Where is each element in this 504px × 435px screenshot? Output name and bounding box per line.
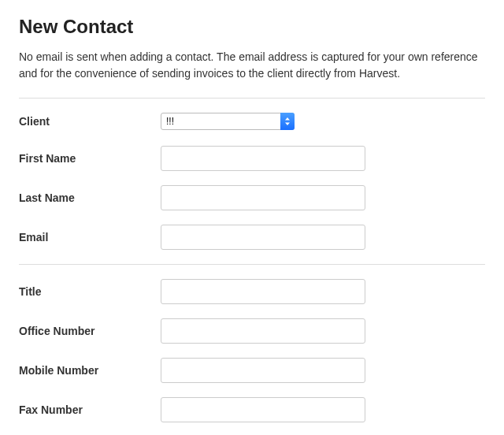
- email-label: Email: [19, 231, 161, 244]
- client-select[interactable]: !!!: [161, 113, 295, 130]
- last-name-label: Last Name: [19, 191, 161, 204]
- fax-number-label: Fax Number: [19, 403, 161, 416]
- office-number-field[interactable]: [161, 318, 365, 344]
- form-row-last-name: Last Name: [19, 185, 485, 210]
- office-number-label: Office Number: [19, 325, 161, 337]
- form-row-office-number: Office Number: [19, 318, 485, 344]
- page-title: New Contact: [19, 16, 485, 38]
- form-row-client: Client !!!: [19, 113, 485, 130]
- fax-number-field[interactable]: [161, 397, 365, 422]
- title-label: Title: [19, 285, 161, 298]
- last-name-field[interactable]: [161, 185, 365, 210]
- page-description: No email is sent when adding a contact. …: [19, 49, 485, 82]
- divider-middle: [19, 264, 485, 265]
- form-row-email: Email: [19, 225, 485, 250]
- form-row-mobile-number: Mobile Number: [19, 358, 485, 383]
- first-name-field[interactable]: [161, 146, 365, 171]
- mobile-number-field[interactable]: [161, 358, 365, 383]
- email-field[interactable]: [161, 225, 365, 250]
- mobile-number-label: Mobile Number: [19, 364, 161, 377]
- form-row-first-name: First Name: [19, 146, 485, 171]
- divider-top: [19, 98, 485, 99]
- title-field[interactable]: [161, 279, 365, 304]
- first-name-label: First Name: [19, 152, 161, 165]
- client-label: Client: [19, 115, 161, 128]
- form-row-title: Title: [19, 279, 485, 304]
- form-row-fax-number: Fax Number: [19, 397, 485, 422]
